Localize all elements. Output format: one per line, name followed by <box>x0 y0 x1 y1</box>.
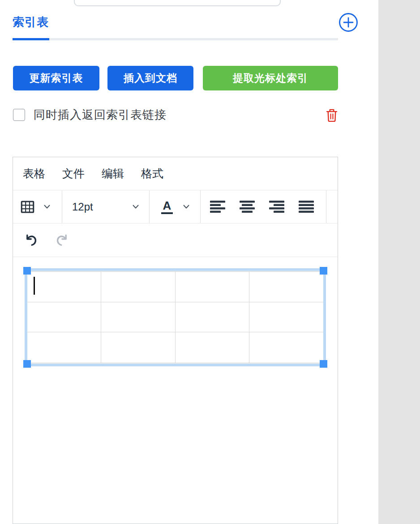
table-cell[interactable] <box>176 302 249 333</box>
table-cell[interactable] <box>176 272 249 302</box>
font-size-value[interactable]: 12pt <box>72 201 93 213</box>
insert-backlink-checkbox-label[interactable]: 同时插入返回索引表链接 <box>34 107 167 123</box>
editor-menubar: 表格 文件 编辑 格式 <box>13 157 338 190</box>
redo-icon <box>54 232 71 248</box>
tab-index-table[interactable]: 索引表 <box>13 14 49 30</box>
table-cell[interactable] <box>249 272 323 302</box>
menu-file[interactable]: 文件 <box>58 166 89 181</box>
table-cell[interactable] <box>101 332 175 363</box>
plus-circle-icon <box>339 13 358 32</box>
table-cell[interactable] <box>249 302 323 333</box>
align-justify-icon <box>298 200 315 213</box>
index-table-panel: 索引表 更新索引表 插入到文档 提取光标处索引 同时插入返回索引表链接 表格 文… <box>0 0 420 524</box>
editor-toolbar-history <box>13 223 338 257</box>
content-table <box>27 271 324 363</box>
undo-icon <box>22 232 39 248</box>
insert-table-button[interactable] <box>21 201 34 213</box>
rich-text-editor: 表格 文件 编辑 格式 <box>13 157 338 524</box>
tab-track <box>13 38 338 40</box>
align-justify-button[interactable] <box>298 200 315 213</box>
menu-edit[interactable]: 编辑 <box>98 166 128 181</box>
align-center-icon <box>239 200 256 213</box>
selection-handle-bottom-left[interactable] <box>23 360 31 368</box>
chevron-down-icon[interactable] <box>43 205 51 209</box>
text-color-button[interactable]: A <box>161 200 173 214</box>
text-caret <box>34 277 35 295</box>
selection-handle-bottom-right[interactable] <box>320 360 327 368</box>
update-index-button[interactable]: 更新索引表 <box>13 66 99 90</box>
tab-active-indicator <box>13 38 49 40</box>
table-grid-icon <box>21 201 34 213</box>
delete-button[interactable] <box>325 107 339 123</box>
align-center-button[interactable] <box>239 200 256 213</box>
table-cell[interactable] <box>101 272 175 302</box>
table-insert-group <box>13 190 62 223</box>
align-right-icon <box>269 200 285 213</box>
menu-table[interactable]: 表格 <box>19 166 49 181</box>
font-size-group[interactable]: 12pt <box>62 190 150 223</box>
text-color-swatch <box>161 212 173 214</box>
redo-button[interactable] <box>54 232 71 248</box>
insert-backlink-checkbox[interactable] <box>13 109 25 121</box>
add-button[interactable] <box>339 13 358 32</box>
table-cell[interactable] <box>176 332 249 363</box>
table-cell[interactable] <box>27 272 101 302</box>
insert-to-document-button[interactable]: 插入到文档 <box>107 66 193 90</box>
text-color-group: A <box>150 190 201 223</box>
align-left-icon <box>210 200 226 213</box>
editor-toolbar-main: 12pt A <box>13 190 338 223</box>
chevron-down-icon[interactable] <box>132 205 139 209</box>
selection-handle-top-left[interactable] <box>23 267 31 275</box>
top-input-partial[interactable] <box>74 0 281 6</box>
table-cell[interactable] <box>249 332 323 363</box>
alignment-group <box>201 190 326 223</box>
extract-at-cursor-button[interactable]: 提取光标处索引 <box>203 66 338 90</box>
table-cell[interactable] <box>101 302 175 333</box>
selection-handle-top-right[interactable] <box>320 267 327 275</box>
trash-icon <box>325 107 339 123</box>
undo-button[interactable] <box>22 232 39 248</box>
align-right-button[interactable] <box>269 200 285 213</box>
right-gutter <box>378 0 420 524</box>
text-color-icon: A <box>163 200 171 211</box>
toolbar-spacer <box>326 190 338 223</box>
chevron-down-icon[interactable] <box>183 205 190 209</box>
menu-format[interactable]: 格式 <box>137 166 167 181</box>
table-cell[interactable] <box>27 302 101 333</box>
align-left-button[interactable] <box>210 200 226 213</box>
table-cell[interactable] <box>27 332 101 363</box>
editor-content-area[interactable] <box>13 257 338 524</box>
